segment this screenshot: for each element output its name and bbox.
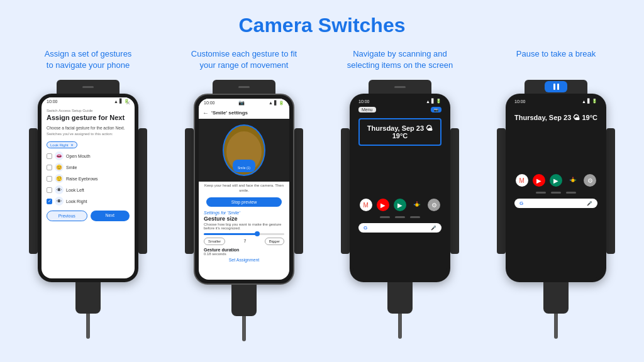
look-left-label: Look Left (66, 188, 84, 192)
checkbox-eyebrows[interactable] (47, 176, 52, 182)
holder-top-1 (57, 80, 119, 94)
signal-icon-2: ▋ (274, 101, 277, 106)
status-icons-4: ▲ ▋ 🔋 (582, 99, 597, 104)
holder-cable-2 (242, 316, 246, 341)
gmail-icon-4[interactable]: M (516, 174, 528, 187)
previous-button[interactable]: Previous (47, 211, 87, 221)
column-4: Pause to take a break 10:00 (484, 48, 628, 341)
phone-screen-4: 10:00 ▲ ▋ 🔋 Thursday, Sep 23 🌤 19°C (509, 97, 602, 278)
google-mic-icon-4[interactable]: 🎤 (587, 201, 592, 206)
close-icon[interactable]: ✕ (126, 100, 131, 106)
holder-side-right-3 (450, 128, 459, 254)
gesture-item-4: ✓ 👁 Look Right (47, 197, 130, 206)
status-time-2: 10:00 (204, 101, 215, 105)
holder-side-left-4 (497, 128, 506, 254)
settings-icon[interactable]: ⚙ (428, 199, 440, 211)
google-mic-icon[interactable]: 🎤 (431, 226, 436, 231)
camera-icon: 📷 (238, 100, 245, 106)
nav-dot-3 (410, 216, 420, 218)
back-icon[interactable]: ← (203, 109, 209, 116)
checkbox-look-left[interactable] (47, 187, 52, 193)
holder-side-right-4 (606, 128, 615, 254)
phone-outer-2: 10:00 📷 ▲ ▋ 🔋 ← 'Smile' settings (194, 94, 294, 285)
columns-container: Assign a set of gestures to navigate you… (0, 48, 644, 341)
holder-top-2 (213, 80, 275, 94)
holder-cable-1 (86, 314, 90, 339)
holder-bottom-3 (387, 282, 413, 314)
bigger-button[interactable]: Bigger (265, 238, 284, 245)
photos-icon[interactable] (411, 199, 423, 211)
checkbox-look-right[interactable]: ✓ (47, 199, 52, 204)
checkbox-smile[interactable] (47, 165, 52, 170)
status-icons-3: ▲ ▋ 🔋 (426, 99, 441, 104)
holder-bottom-4 (543, 282, 569, 314)
holder-top-4 (525, 80, 587, 94)
switch-label: Switches you've assigned to this action: (47, 132, 130, 136)
camera-small-icon: 📷 (434, 108, 438, 112)
wifi-icon-2: ▲ (269, 101, 273, 105)
play-store-icon[interactable]: ▶ (394, 199, 406, 211)
play-store-icon-4[interactable]: ▶ (550, 174, 562, 187)
app-row-3: M ▶ ▶ ⚙ (353, 196, 447, 214)
holder-side-left-3 (341, 128, 350, 254)
nav-dots-4 (509, 189, 602, 196)
smile-settings-title: 'Smile' settings (211, 110, 248, 116)
phone-outer-1: ✕ 10:00 ▲ ▋ 🔋 Swi (38, 94, 138, 282)
gesture-item-2: 🤨 Raise Eyebrows (47, 174, 130, 183)
smaller-button[interactable]: Smaller (204, 238, 225, 245)
settings-for-label: Settings for 'Smile' (199, 209, 289, 216)
svg-point-1 (571, 178, 574, 182)
next-button[interactable]: Next (91, 211, 130, 221)
gesture-item-0: 👄 Open Mouth (47, 151, 130, 160)
settings-icon-4[interactable]: ⚙ (584, 174, 596, 187)
google-search-bar-4[interactable]: G 🎤 (514, 199, 597, 208)
holder-side-left-2 (185, 128, 194, 254)
signal-icon-3: ▋ (431, 99, 435, 104)
phone-holder-3: 10:00 ▲ ▋ 🔋 Menu 📷 (350, 80, 450, 339)
status-time-1: 10:00 (47, 99, 58, 104)
gesture-size-sub: Choose how big you want to make the gest… (199, 222, 289, 232)
status-time-3: 10:00 (358, 99, 370, 104)
raise-eyebrows-label: Raise Eyebrows (66, 177, 98, 181)
column-3: Navigate by scanning and selecting items… (328, 48, 472, 341)
status-icons-2: ▲ ▋ 🔋 (269, 101, 284, 106)
holder-cable-3 (398, 314, 402, 339)
holder-bottom-2 (231, 285, 257, 316)
menu-button[interactable]: Menu (358, 107, 376, 112)
wifi-icon-4: ▲ (582, 99, 586, 104)
chip-close-icon[interactable]: ✕ (70, 143, 74, 147)
phone-outer-3: 10:00 ▲ ▋ 🔋 Menu 📷 (350, 94, 450, 282)
holder-side-right-1 (138, 128, 147, 254)
pause-bar-2 (557, 84, 559, 90)
photos-icon-4[interactable] (567, 174, 579, 187)
set-assignment-link[interactable]: Set Assignment (199, 256, 289, 264)
nav-dot-4-3 (566, 192, 576, 194)
open-mouth-icon: 👄 (55, 151, 64, 160)
gesture-size-title: Gesture size (199, 216, 289, 222)
phone-screen-3: 10:00 ▲ ▋ 🔋 Menu 📷 (353, 97, 447, 278)
youtube-icon[interactable]: ▶ (377, 199, 389, 211)
gmail-icon[interactable]: M (360, 199, 372, 211)
holder-cable-4 (554, 314, 558, 339)
google-search-bar-3[interactable]: G 🎤 (358, 223, 441, 233)
date-text-3: Thursday, Sep 23 🌤 19°C (364, 124, 436, 140)
battery-icon-3: 🔋 (436, 99, 441, 104)
page-title: Camera Switches (238, 14, 405, 37)
gesture-size-slider[interactable] (204, 233, 284, 235)
slider-fill (204, 233, 256, 235)
p1-heading: Assign gesture for Next (47, 114, 130, 122)
youtube-icon-4[interactable]: ▶ (533, 174, 545, 187)
photos-svg (412, 200, 422, 210)
p2-hint: Keep your head still and face the camera… (199, 182, 289, 195)
google-logo: G (364, 225, 367, 231)
camera-switch-button[interactable]: 📷 (431, 107, 441, 112)
phone-holder-2: 10:00 📷 ▲ ▋ 🔋 ← 'Smile' settings (194, 80, 294, 341)
status-bar-4: 10:00 ▲ ▋ 🔋 (509, 97, 602, 105)
phone-screen-1: 10:00 ▲ ▋ 🔋 Switch Access Setup Guide As… (42, 97, 135, 278)
photos-svg-4 (568, 175, 578, 185)
stop-preview-button[interactable]: Stop preview (206, 197, 282, 207)
size-buttons-row: Smaller 7 Bigger (199, 236, 289, 246)
chip-label: Look Right (50, 143, 69, 147)
battery-icon-2: 🔋 (279, 101, 284, 106)
checkbox-open-mouth[interactable] (47, 153, 52, 159)
